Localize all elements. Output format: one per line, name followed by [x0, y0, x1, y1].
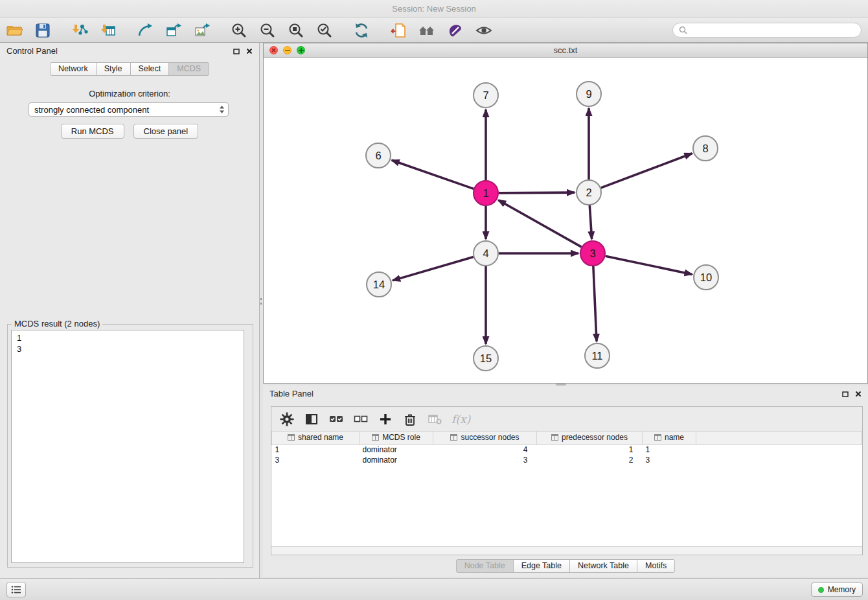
- node-label: 3: [589, 248, 595, 259]
- export-network-button[interactable]: [133, 21, 157, 40]
- tab-select[interactable]: Select: [130, 62, 170, 76]
- run-mcds-button[interactable]: Run MCDS: [61, 124, 124, 139]
- network-window-titlebar[interactable]: scc.txt: [264, 43, 867, 58]
- node-2[interactable]: 2: [577, 180, 601, 205]
- node-11[interactable]: 11: [585, 343, 610, 368]
- network-canvas[interactable]: 7968124314101511: [264, 58, 867, 383]
- memory-label: Memory: [828, 585, 856, 594]
- column-header-shared-name[interactable]: shared name: [272, 432, 360, 444]
- tab-network[interactable]: Network: [50, 62, 97, 76]
- column-header-successor-nodes[interactable]: successor nodes: [433, 432, 537, 444]
- refresh-network-view-button[interactable]: [350, 21, 373, 40]
- node-10[interactable]: 10: [694, 265, 718, 290]
- table-cell[interactable]: 1: [643, 444, 696, 455]
- edge-3-10[interactable]: [606, 256, 692, 274]
- float-panel-button[interactable]: [233, 49, 240, 54]
- panel-splitter-handle[interactable]: [260, 298, 262, 307]
- table-cell[interactable]: 3: [433, 455, 537, 465]
- result-line: 1: [17, 332, 238, 343]
- show-hide-button[interactable]: [472, 21, 496, 40]
- edge-1-2[interactable]: [499, 192, 575, 193]
- node-6[interactable]: 6: [366, 143, 391, 168]
- snapshot-document-button[interactable]: [387, 21, 410, 40]
- column-header-name[interactable]: name: [643, 432, 696, 444]
- save-session-button[interactable]: [31, 21, 54, 40]
- memory-button[interactable]: Memory: [811, 583, 863, 597]
- delete-table-button-disabled[interactable]: [426, 410, 444, 428]
- close-icon: [246, 48, 253, 54]
- column-type-icon: [288, 434, 295, 441]
- table-cell[interactable]: 2: [537, 455, 643, 465]
- table-cell[interactable]: 1: [272, 444, 360, 455]
- close-mcds-panel-button[interactable]: Close panel: [133, 124, 199, 139]
- tab-mcds[interactable]: MCDS: [168, 62, 209, 76]
- task-history-button[interactable]: [6, 582, 26, 597]
- table-cell[interactable]: dominator: [360, 444, 433, 455]
- close-icon: [855, 391, 862, 397]
- delete-column-button[interactable]: [401, 410, 419, 428]
- zoom-selected-button[interactable]: [313, 21, 336, 40]
- zoom-fit-button[interactable]: [284, 21, 308, 40]
- node-label: 2: [586, 187, 591, 198]
- import-network-button[interactable]: [68, 21, 91, 40]
- table-row[interactable]: 1dominator411: [272, 444, 862, 455]
- table-cell[interactable]: 3: [643, 455, 696, 465]
- edge-2-8[interactable]: [601, 154, 692, 188]
- close-table-panel-button[interactable]: [855, 391, 862, 397]
- search-input[interactable]: [691, 26, 855, 35]
- table-cell[interactable]: dominator: [360, 455, 433, 465]
- table-row[interactable]: 3dominator323: [272, 455, 862, 465]
- tab-style[interactable]: Style: [96, 62, 131, 76]
- tab-node-table[interactable]: Node Table: [456, 559, 514, 573]
- close-control-panel-button[interactable]: [246, 48, 253, 54]
- edge-1-6[interactable]: [392, 160, 474, 189]
- minimize-window-button[interactable]: [283, 46, 291, 54]
- function-builder-button[interactable]: f(x): [451, 413, 470, 426]
- table-settings-button[interactable]: [278, 410, 296, 428]
- node-8[interactable]: 8: [693, 136, 718, 161]
- table-cell[interactable]: 3: [272, 455, 360, 465]
- create-column-button[interactable]: [376, 410, 394, 428]
- show-columns-button[interactable]: [303, 410, 321, 428]
- tab-edge-table[interactable]: Edge Table: [513, 559, 570, 573]
- table-cell[interactable]: 1: [537, 444, 643, 455]
- mcds-result-list[interactable]: 13: [11, 330, 244, 563]
- export-image-button[interactable]: [190, 21, 214, 40]
- export-table-button[interactable]: [162, 21, 185, 40]
- unselect-all-columns-button[interactable]: [352, 410, 370, 428]
- node-3[interactable]: 3: [580, 241, 605, 266]
- node-15[interactable]: 15: [474, 346, 498, 371]
- edge-2-3[interactable]: [589, 205, 591, 239]
- zoom-in-button[interactable]: [227, 21, 251, 40]
- edge-3-1[interactable]: [498, 200, 581, 247]
- table-body: 1dominator4113dominator323: [272, 444, 862, 465]
- import-table-button[interactable]: [97, 21, 120, 40]
- node-14[interactable]: 14: [367, 272, 391, 297]
- node-9[interactable]: 9: [577, 82, 601, 106]
- tab-motifs[interactable]: Motifs: [637, 559, 675, 573]
- select-all-columns-button[interactable]: [327, 410, 345, 428]
- tab-network-table[interactable]: Network Table: [569, 559, 637, 573]
- column-header-label: predecessor nodes: [562, 433, 628, 442]
- export-network-icon: [137, 22, 154, 39]
- import-table-icon: [100, 22, 117, 39]
- table-horizontal-scrollbar[interactable]: [271, 546, 862, 555]
- maximize-window-button[interactable]: [297, 46, 305, 54]
- zoom-out-button[interactable]: [256, 21, 279, 40]
- column-header-predecessor-nodes[interactable]: predecessor nodes: [537, 432, 643, 444]
- plus-icon: [378, 411, 393, 427]
- optimization-dropdown[interactable]: strongly connected component: [29, 102, 229, 117]
- node-table: shared nameMCDS rolesuccessor nodesprede…: [271, 432, 862, 465]
- node-1[interactable]: 1: [474, 181, 498, 205]
- close-window-button[interactable]: [269, 46, 278, 54]
- open-session-button[interactable]: [3, 21, 26, 40]
- column-header-mcds-role[interactable]: MCDS role: [360, 432, 433, 444]
- float-table-panel-button[interactable]: [842, 391, 849, 397]
- edge-3-11[interactable]: [593, 266, 597, 341]
- node-7[interactable]: 7: [474, 83, 498, 108]
- node-4[interactable]: 4: [474, 241, 498, 266]
- home-layout-button[interactable]: [415, 21, 439, 40]
- apply-style-button[interactable]: [444, 21, 467, 40]
- edge-4-14[interactable]: [393, 257, 474, 281]
- table-cell[interactable]: 4: [433, 444, 537, 455]
